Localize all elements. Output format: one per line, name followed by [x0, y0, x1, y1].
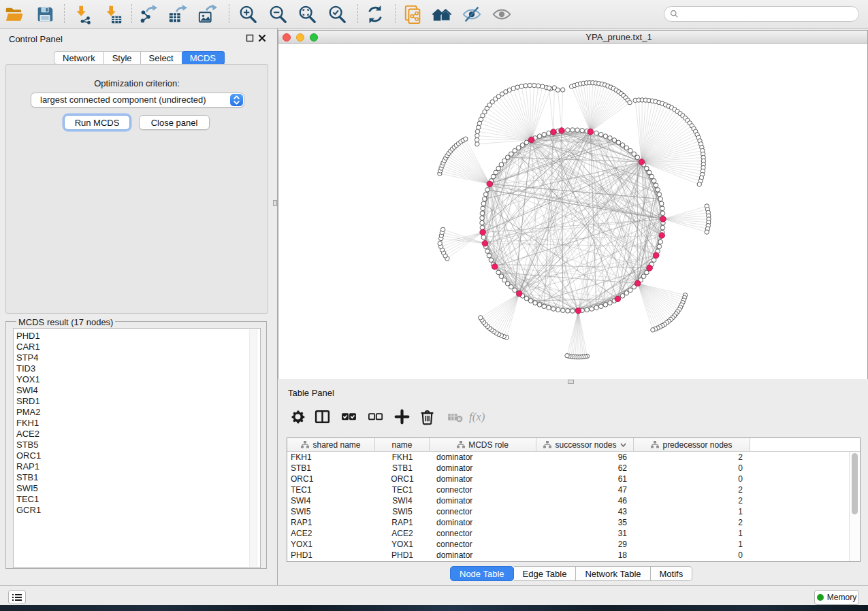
hide-selected-icon[interactable]	[460, 3, 483, 25]
network-node[interactable]	[542, 132, 547, 137]
network-node[interactable]	[616, 140, 621, 145]
tab-motifs[interactable]: Motifs	[651, 566, 693, 581]
horizontal-splitter[interactable]	[278, 379, 868, 385]
table-row[interactable]: YOX1YOX1connector291	[287, 539, 850, 550]
column-header-name[interactable]: name	[375, 438, 430, 451]
network-node[interactable]	[608, 136, 613, 141]
network-node[interactable]	[547, 306, 551, 310]
network-node[interactable]	[594, 306, 599, 310]
network-hub-node[interactable]	[659, 233, 665, 239]
network-hub-node[interactable]	[482, 240, 488, 246]
show-all-icon[interactable]	[490, 3, 513, 25]
network-node[interactable]	[570, 309, 575, 314]
result-list-item[interactable]: TEC1	[16, 494, 41, 505]
criterion-select[interactable]: largest connected component (undirected)	[31, 93, 244, 108]
function-builder-icon[interactable]: f(x)	[468, 407, 489, 426]
network-hub-node[interactable]	[528, 137, 534, 143]
network-node[interactable]	[524, 296, 529, 301]
network-node[interactable]	[603, 134, 608, 139]
task-history-icon[interactable]	[8, 590, 26, 604]
deselect-all-icon[interactable]	[365, 407, 385, 426]
network-node[interactable]	[520, 143, 525, 148]
network-node[interactable]	[537, 134, 542, 139]
network-node[interactable]	[475, 129, 479, 133]
network-hub-node[interactable]	[634, 280, 641, 286]
network-node[interactable]	[464, 137, 468, 141]
network-node[interactable]	[657, 192, 662, 197]
table-row[interactable]: SWI4SWI4dominator462	[287, 495, 850, 506]
network-node[interactable]	[612, 138, 617, 143]
import-network-icon[interactable]	[71, 3, 95, 25]
network-node[interactable]	[547, 86, 551, 90]
result-list-item[interactable]: RAP1	[16, 461, 41, 472]
network-node[interactable]	[551, 307, 556, 312]
network-node[interactable]	[594, 131, 599, 135]
network-hub-node[interactable]	[588, 129, 594, 135]
network-node[interactable]	[502, 278, 507, 282]
result-list-item[interactable]: TID3	[16, 363, 41, 374]
network-node[interactable]	[598, 304, 603, 309]
network-node[interactable]	[624, 291, 629, 295]
table-options-icon[interactable]	[287, 407, 308, 426]
network-node[interactable]	[482, 197, 487, 201]
network-node[interactable]	[647, 170, 652, 175]
network-node[interactable]	[524, 84, 528, 88]
network-node[interactable]	[654, 183, 658, 188]
mcds-result-list[interactable]: PHD1CAR1STP4TID3YOX1SWI4SRD1PMA2FKH1ACE2…	[13, 328, 261, 568]
network-node[interactable]	[491, 174, 496, 179]
save-session-icon[interactable]	[33, 3, 57, 25]
result-list-item[interactable]: STB1	[16, 472, 41, 483]
result-list-item[interactable]: YOX1	[16, 374, 41, 385]
network-node[interactable]	[480, 220, 485, 225]
result-list-item[interactable]: PMA2	[16, 407, 41, 418]
tab-mcds[interactable]: MCDS	[182, 51, 225, 65]
select-all-icon[interactable]	[338, 407, 359, 426]
network-node[interactable]	[532, 83, 536, 87]
network-node[interactable]	[524, 140, 529, 145]
network-node[interactable]	[657, 244, 662, 249]
network-node[interactable]	[645, 270, 649, 275]
network-node[interactable]	[537, 303, 542, 308]
network-node[interactable]	[660, 225, 665, 230]
export-image-icon[interactable]	[196, 3, 219, 25]
table-scrollbar-thumb[interactable]	[852, 453, 858, 514]
network-hub-node[interactable]	[639, 159, 645, 165]
close-panel-icon[interactable]	[258, 34, 266, 42]
network-node[interactable]	[480, 211, 485, 216]
network-node[interactable]	[481, 206, 485, 211]
network-node[interactable]	[624, 146, 629, 150]
network-node[interactable]	[536, 84, 540, 88]
network-node[interactable]	[485, 188, 490, 193]
network-node[interactable]	[628, 100, 632, 104]
network-hub-node[interactable]	[653, 252, 659, 259]
network-node[interactable]	[628, 288, 633, 293]
result-list-item[interactable]: ORC1	[16, 450, 41, 461]
result-list-item[interactable]: SWI4	[16, 385, 41, 396]
network-node[interactable]	[480, 216, 485, 220]
network-node[interactable]	[509, 152, 513, 156]
network-node[interactable]	[528, 299, 533, 303]
network-node[interactable]	[651, 328, 655, 332]
network-hub-node[interactable]	[647, 265, 653, 271]
open-file-icon[interactable]	[2, 3, 25, 25]
network-node[interactable]	[475, 137, 479, 142]
table-row[interactable]: FKH1FKH1dominator962	[287, 452, 850, 463]
network-hub-node[interactable]	[551, 129, 557, 135]
result-list-item[interactable]: PHD1	[16, 331, 41, 342]
network-node[interactable]	[481, 201, 486, 206]
network-node[interactable]	[475, 142, 479, 146]
network-node[interactable]	[438, 241, 442, 245]
network-node[interactable]	[477, 125, 481, 129]
vertical-splitter-handle[interactable]	[273, 200, 277, 206]
search-field[interactable]	[664, 6, 859, 22]
delete-row-icon[interactable]	[417, 407, 437, 426]
column-header-successor-nodes[interactable]: successor nodes	[536, 438, 634, 451]
table-row[interactable]: ACE2ACE2connector311	[287, 528, 850, 539]
network-node[interactable]	[561, 308, 566, 313]
network-node[interactable]	[505, 155, 510, 160]
column-header-predecessor-nodes[interactable]: predecessor nodes	[634, 438, 750, 451]
result-list-item[interactable]: STB5	[16, 440, 41, 450]
network-node[interactable]	[556, 88, 560, 92]
result-list-item[interactable]: ACE2	[16, 429, 41, 440]
network-node[interactable]	[494, 170, 498, 175]
